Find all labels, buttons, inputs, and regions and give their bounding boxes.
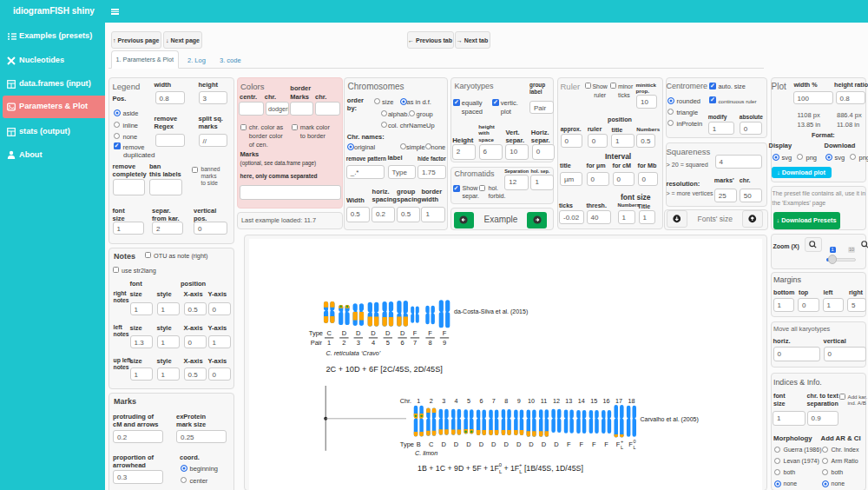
svg-text:F: F <box>592 440 596 448</box>
svg-text:11: 11 <box>541 396 547 404</box>
svg-text:12: 12 <box>553 396 560 404</box>
svg-text:6: 6 <box>401 339 404 347</box>
svg-text:C. limon: C. limon <box>415 449 437 457</box>
svg-text:1: 1 <box>417 396 420 404</box>
svg-text:8: 8 <box>429 339 432 347</box>
svg-text:F: F <box>443 329 447 337</box>
svg-text:D: D <box>454 440 459 448</box>
svg-text:13: 13 <box>565 396 572 404</box>
svg-text:D: D <box>479 440 484 448</box>
svg-text:F: F <box>604 440 608 448</box>
svg-text:F: F <box>628 440 633 448</box>
svg-text:F: F <box>579 440 583 448</box>
svg-text:1B + 1C + 9D + 5F + 1FL0 + 1FL: 1B + 1C + 9D + 5F + 1FL0 + 1FL+ [1B/45S,… <box>418 461 583 473</box>
svg-text:F: F <box>616 440 621 448</box>
svg-text:F: F <box>567 440 571 448</box>
svg-text:9: 9 <box>443 339 446 347</box>
svg-text:2: 2 <box>342 339 345 347</box>
svg-text:3: 3 <box>442 396 445 404</box>
svg-text:18: 18 <box>628 396 635 404</box>
svg-text:10: 10 <box>528 396 535 404</box>
svg-text:D: D <box>441 440 446 448</box>
svg-text:C. reticulata: C. reticulata <box>326 349 359 357</box>
svg-text:D: D <box>342 329 347 337</box>
svg-text:4: 4 <box>372 339 375 347</box>
svg-text:3: 3 <box>357 339 360 347</box>
svg-text:D: D <box>356 329 361 337</box>
svg-text:Type: Type <box>309 329 323 337</box>
svg-text:D: D <box>504 440 510 448</box>
svg-text:Chr.: Chr. <box>400 396 411 404</box>
svg-text:F: F <box>413 329 418 337</box>
svg-text:8: 8 <box>504 396 508 404</box>
svg-text:da-Costa-Silva et al. (2015): da-Costa-Silva et al. (2015) <box>454 308 528 315</box>
svg-text:L: L <box>621 445 623 450</box>
svg-text:D: D <box>516 440 522 448</box>
svg-text:0: 0 <box>633 439 635 444</box>
svg-text:D: D <box>491 440 496 448</box>
svg-text:D: D <box>385 329 391 337</box>
svg-text:‘Cravo’: ‘Cravo’ <box>361 349 381 357</box>
svg-text:L: L <box>633 445 635 450</box>
svg-text:15: 15 <box>590 396 597 404</box>
svg-text:Carvalho et al. (2005): Carvalho et al. (2005) <box>641 415 699 422</box>
svg-text:Type: Type <box>400 440 414 448</box>
svg-text:7: 7 <box>413 339 417 347</box>
svg-text:1: 1 <box>327 339 331 347</box>
svg-text:9: 9 <box>517 396 521 404</box>
svg-text:7: 7 <box>492 396 496 404</box>
svg-text:4: 4 <box>455 396 458 404</box>
svg-text:D: D <box>400 329 405 337</box>
svg-text:F: F <box>428 329 432 337</box>
svg-text:C: C <box>429 440 434 448</box>
svg-text:D: D <box>466 440 471 448</box>
svg-text:17: 17 <box>615 396 622 404</box>
svg-text:D: D <box>554 440 559 448</box>
svg-text:C: C <box>326 329 332 337</box>
svg-text:2C + 10D + 6F [2C/45S, 2D/45S]: 2C + 10D + 6F [2C/45S, 2D/45S] <box>326 365 443 374</box>
svg-text:14: 14 <box>578 396 585 404</box>
svg-text:5: 5 <box>386 339 390 347</box>
svg-text:16: 16 <box>603 396 610 404</box>
svg-text:D: D <box>371 329 376 337</box>
svg-text:+: + <box>621 439 623 444</box>
svg-text:6: 6 <box>479 396 483 404</box>
svg-text:B: B <box>417 440 421 448</box>
svg-text:D: D <box>529 440 534 448</box>
svg-text:D: D <box>542 440 547 448</box>
svg-text:Pair: Pair <box>311 339 323 347</box>
svg-text:5: 5 <box>467 396 470 404</box>
svg-text:2: 2 <box>430 396 433 404</box>
